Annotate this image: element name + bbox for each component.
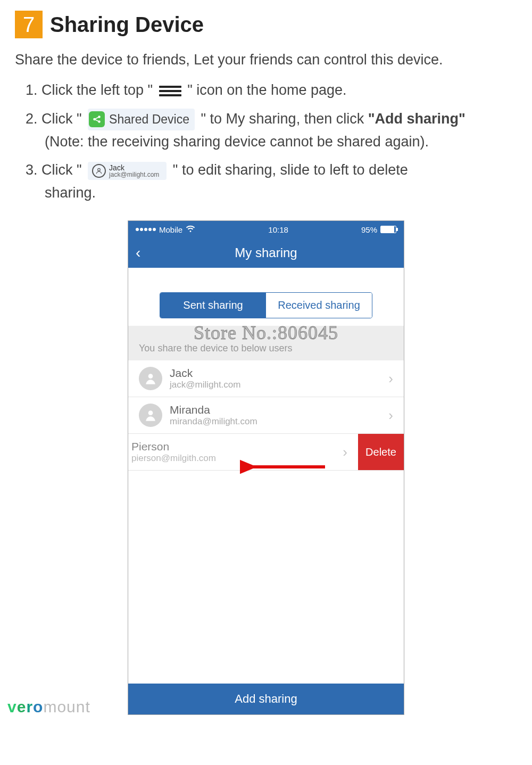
user-name: Miranda [170,404,388,416]
step-1-text-b: " icon on the home page. [187,82,346,98]
svg-line-3 [95,118,98,119]
person-icon [92,164,106,178]
tab-sent-sharing[interactable]: Sent sharing [160,293,266,318]
section-header-text: You share the device to below users [139,343,393,354]
step-2-text-a: 2. Click " [26,111,86,127]
step-3-text-a: 3. Click " [26,162,86,178]
step-1: 1. Click the left top " " icon on the ho… [26,79,517,102]
wifi-icon [186,224,195,235]
svg-point-6 [148,374,153,379]
phone-mockup: Mobile 10:18 95% ‹ My sharing Sent shari… [128,220,404,715]
delete-button[interactable]: Delete [358,434,404,470]
battery-icon [380,226,396,233]
back-button[interactable]: ‹ [136,245,140,260]
segmented-control: Sent sharing Received sharing [160,292,372,318]
svg-line-4 [95,120,98,121]
svg-point-5 [98,168,101,171]
user-row[interactable]: Miranda miranda@milight.com › [128,397,404,434]
section-header: You share the device to below users [128,326,404,360]
user-email: miranda@milight.com [170,416,388,427]
step-2-note: (Note: the receiving sharing device cann… [26,130,517,153]
step-number-badge: 7 [15,11,43,38]
status-bar: Mobile 10:18 95% [128,221,404,238]
brand-logo: veromount [7,698,90,716]
battery-percent: 95% [361,225,377,234]
tab-received-sharing[interactable]: Received sharing [266,293,372,318]
shared-device-pill: Shared Device [88,109,195,130]
nav-bar: ‹ My sharing [128,238,404,268]
chip-email: jack@milight.com [109,171,159,178]
signal-dots-icon [136,228,156,231]
user-chip: Jack jack@milight.com [88,162,167,180]
user-email: pierson@milgith.com [131,453,343,464]
step-1-text-a: 1. Click the left top " [26,82,157,98]
step-3-text-c: sharing. [26,182,517,204]
user-row[interactable]: Jack jack@milight.com › [128,360,404,397]
status-time: 10:18 [268,225,288,234]
chevron-right-icon: › [388,407,393,424]
chevron-right-icon: › [388,371,393,387]
hamburger-icon [159,84,181,98]
intro-text: Share the device to friends, Let your fr… [15,50,517,69]
avatar-icon [139,367,162,390]
chip-name: Jack [109,164,159,171]
avatar-icon [139,404,162,427]
step-2-bold: "Add sharing" [368,111,466,127]
carrier-label: Mobile [159,225,182,234]
svg-point-7 [148,411,153,416]
user-email: jack@milight.com [170,380,388,390]
nav-title: My sharing [128,245,404,260]
share-icon [89,111,105,127]
chevron-right-icon: › [343,444,347,460]
empty-space [128,471,404,684]
swiped-user-row[interactable]: Pierson pierson@milgith.com › Delete [128,434,404,471]
add-sharing-button[interactable]: Add sharing [128,684,404,714]
step-3-text-b: " to edit sharing, slide to left to dele… [173,162,408,178]
page-title: Sharing Device [50,13,204,37]
step-2-text-b: " to My sharing, then click [201,111,364,127]
user-name: Pierson [131,440,343,453]
step-2: 2. Click " Shared Device " to My sharing… [26,108,517,153]
user-name: Jack [170,367,388,380]
step-3: 3. Click " Jack jack@milight.com " to ed… [26,159,517,204]
shared-device-label: Shared Device [109,110,189,129]
